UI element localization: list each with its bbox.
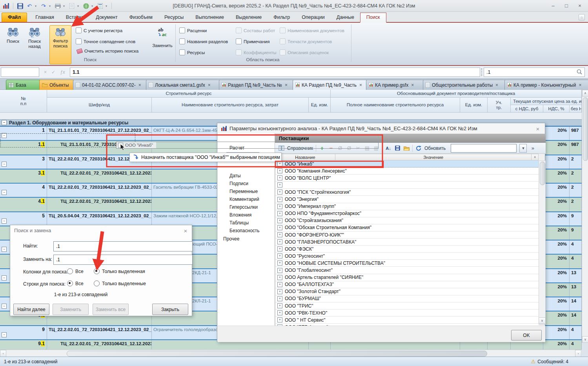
area-checkbox-Названия разделов[interactable]: Названия разделов xyxy=(179,38,228,44)
supplier-row[interactable]: +ООО "Энергия" xyxy=(275,196,539,203)
tab-close-icon[interactable]: × xyxy=(411,82,414,88)
expand-icon[interactable]: + xyxy=(277,282,282,287)
supplier-row[interactable]: +ООО "ФОРЭНЕРГО-ЮИК"" xyxy=(275,231,539,239)
area-checkbox-Примечания[interactable]: Примечания xyxy=(236,38,269,44)
collapse-icon[interactable]: − xyxy=(2,120,7,125)
collapse-row-icon[interactable]: − xyxy=(2,219,7,224)
filter-dropdown-icon[interactable]: ▼ xyxy=(519,144,527,153)
close-button[interactable]: × xyxy=(573,0,586,11)
update-globe-icon[interactable] xyxy=(82,2,90,10)
supplier-row[interactable]: +ООО "НОВЫЕ СИСТЕМЫ СТРОИТЕЛЬСТВА" xyxy=(275,260,539,267)
doc-tab-КА пример - Конъюнктурный[interactable]: КА пример - Конъюнктурный× xyxy=(504,80,588,90)
ribbon-options-icon[interactable]: ⌂ xyxy=(579,14,585,20)
undo-dropdown-icon[interactable]: ▾ xyxy=(35,4,38,8)
scroll-right-icon[interactable]: › xyxy=(575,350,581,357)
refresh-label[interactable]: Обновить xyxy=(424,146,446,151)
supplier-row[interactable]: +ООО "Обская Строительная Компания" xyxy=(275,224,539,231)
save-list-icon[interactable] xyxy=(394,145,400,151)
expand-icon[interactable]: + xyxy=(277,225,282,230)
list-scroll-down-icon[interactable]: ∨ xyxy=(539,317,546,324)
params-dialog-close-icon[interactable]: × xyxy=(535,126,541,132)
area-checkbox-Описания расценок[interactable]: Описания расценок xyxy=(280,49,329,55)
scroll-up-icon[interactable]: ∧ xyxy=(582,90,588,97)
radio-selected-column[interactable]: Только выделенная xyxy=(94,268,145,274)
params-sidebar-item-Даты[interactable]: Даты xyxy=(229,173,241,178)
maximize-button[interactable]: □ xyxy=(560,0,573,11)
doc-tab-КА Раздел ПД №9_Часть[interactable]: КА Раздел ПД №9_Часть× xyxy=(293,80,370,90)
tab-close-icon[interactable]: × xyxy=(208,82,211,88)
expand-icon[interactable]: + xyxy=(277,317,282,322)
hscroll-thumb[interactable] xyxy=(67,351,487,357)
ribbon-tab-Ресурсы[interactable]: Ресурсы xyxy=(158,13,189,22)
find-next-button[interactable]: Найти далее xyxy=(13,304,49,315)
supplier-filter-input[interactable] xyxy=(451,144,517,153)
document-icon[interactable] xyxy=(68,2,76,10)
row-code-cell[interactable]: ТЦ_22.2.02.01_72_7203106421_12.12.2023_0… xyxy=(47,184,152,197)
clear-search-history-button[interactable]: Очистить историю поиска xyxy=(77,49,138,53)
search-back-button[interactable]: ← Поиск назад xyxy=(24,25,46,62)
params-sidebar-item-Таблицы[interactable]: Таблицы xyxy=(229,220,249,226)
refresh-icon[interactable] xyxy=(415,145,422,151)
tab-close-icon[interactable]: × xyxy=(359,82,362,88)
undo-icon[interactable]: ↶ xyxy=(25,2,33,10)
params-sidebar-item-Гиперссылки[interactable]: Гиперссылки xyxy=(229,204,258,210)
replace-button[interactable]: abac Заменить xyxy=(150,25,175,64)
minimize-button[interactable]: – xyxy=(546,0,560,11)
tab-close-icon[interactable]: × xyxy=(138,82,141,88)
supplier-row[interactable]: +ООО "ФЭСК" xyxy=(275,246,539,253)
horizontal-scrollbar[interactable]: ‹ › xyxy=(0,350,582,357)
row-code-cell[interactable]: ТЦ_22.2.02.01_72_7203106421_12.12.2023_0… xyxy=(47,340,152,350)
area-checkbox-Наименования документов[interactable]: Наименования документов xyxy=(280,27,344,33)
supplier-row[interactable]: +ООО "ТРИС" xyxy=(275,302,539,310)
scroll-left-icon[interactable]: ‹ xyxy=(0,350,6,357)
expand-icon[interactable]: + xyxy=(277,204,282,209)
doc-tab-Локальная смета1.gsfx[interactable]: Локальная смета1.gsfx× xyxy=(146,80,223,90)
supplier-row[interactable]: +ООО "БУРМАШ" xyxy=(275,295,539,302)
replace-input[interactable]: .1 xyxy=(53,255,193,265)
doc-tab-Общестроительные работы[interactable]: Общестроительные работы× xyxy=(423,80,508,90)
redo-icon[interactable]: ↷ xyxy=(40,2,47,10)
params-sidebar-item-Прочее[interactable]: Прочее xyxy=(223,236,239,242)
tab-close-icon[interactable]: × xyxy=(495,82,498,88)
supplier-row[interactable]: +ООО "Империал групп" xyxy=(275,203,539,210)
ribbon-tab-Вставка[interactable]: Вставка xyxy=(60,13,90,22)
expand-icon[interactable]: + xyxy=(277,182,282,188)
supplier-row[interactable]: +ООО "Глобалгеосинт" xyxy=(275,267,539,274)
scroll-down-icon[interactable]: ∨ xyxy=(582,336,588,343)
supplier-row[interactable]: +ООО "Золотой Стандарт" xyxy=(275,288,539,295)
row-code-cell[interactable]: ТЦ_22.2.02.01_72_7203106421_12.12.2023_0… xyxy=(47,198,152,211)
expand-icon[interactable]: + xyxy=(277,175,282,180)
row-code-cell[interactable]: ТЦ_20.5.04.04_72_7203106421_12.12.2023_0… xyxy=(47,212,152,226)
supplier-row[interactable]: +ООО "ГЛАВЭНЕРГОПОСТАВКА" xyxy=(275,239,539,246)
row-code-cell[interactable]: ТЦ_22.2.02.01_72_7203106421_12.12.2023_0… xyxy=(47,326,152,339)
doc-tab-База[interactable]: База xyxy=(6,80,44,90)
doc-tab-КА пример.gsfx[interactable]: КА пример.gsfx× xyxy=(366,80,427,90)
status-messages[interactable]: Сообщений: 4 xyxy=(537,359,568,364)
search-dialog-close-icon[interactable]: × xyxy=(182,228,189,234)
sort-icon[interactable]: А↓ xyxy=(385,145,391,151)
vscroll-thumb[interactable] xyxy=(583,97,588,161)
formula-splitter[interactable] xyxy=(481,68,483,76)
formula-input[interactable]: 1.1 xyxy=(70,67,480,77)
expand-icon[interactable]: + xyxy=(277,239,282,244)
area-checkbox-Ресурсы[interactable]: Ресурсы xyxy=(179,49,205,55)
vertical-scrollbar[interactable]: ∧ ∨ xyxy=(582,90,588,343)
ribbon-tab-Файл[interactable]: Файл xyxy=(2,13,27,22)
list-scroll-up-icon[interactable]: ∧ xyxy=(532,154,539,160)
params-dialog-titlebar[interactable]: Параметры конъюнктурного анализа - КА Ра… xyxy=(217,123,545,133)
ribbon-tab-Физобъем[interactable]: Физобъем xyxy=(124,13,158,22)
magnifier-icon[interactable] xyxy=(577,69,582,76)
collapse-row-icon[interactable]: − xyxy=(2,275,7,280)
supplier-row[interactable]: +ООО " НТ Сервис" xyxy=(275,317,539,324)
expand-icon[interactable]: + xyxy=(277,246,282,251)
ribbon-tab-Операции[interactable]: Операции xyxy=(296,13,330,22)
collapse-row-icon[interactable]: − xyxy=(2,247,7,252)
report-dropdown-icon[interactable]: ▾ xyxy=(106,4,109,8)
replace-all-button[interactable]: Заменить все xyxy=(93,304,129,315)
ribbon-tab-Главная[interactable]: Главная xyxy=(29,13,60,22)
save-icon[interactable] xyxy=(16,2,24,10)
expand-icon[interactable]: + xyxy=(277,197,282,202)
supplier-row[interactable]: +ООО Артель старателей "СИЯНИЕ" xyxy=(275,274,539,281)
expand-icon[interactable]: + xyxy=(277,268,282,273)
radio-all-columns[interactable]: Все xyxy=(67,268,84,274)
